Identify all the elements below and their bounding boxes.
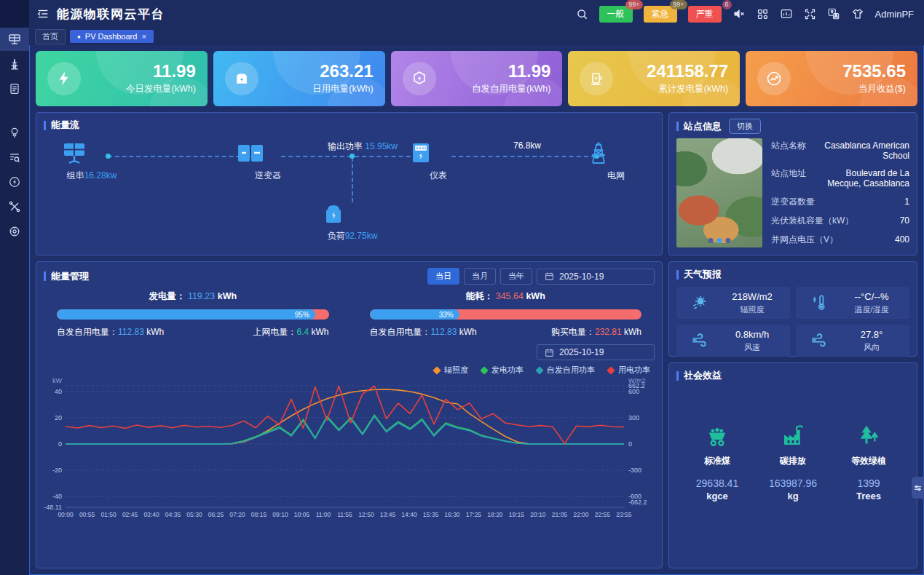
flow-link-meter-grid (451, 156, 603, 157)
svg-text:-662.2: -662.2 (628, 499, 647, 506)
flow-node-inverter: 逆变器 (235, 140, 301, 182)
card-self-consumption: 11.99 自发自用电量(kWh) (391, 51, 563, 106)
svg-text:02:45: 02:45 (122, 511, 138, 518)
svg-text:20:10: 20:10 (530, 511, 546, 518)
svg-text:17:25: 17:25 (466, 511, 482, 518)
field-value: Boulevard de La Mecque, Casablanca (812, 168, 909, 189)
photo-carousel-dots (708, 238, 731, 243)
range-tab-day[interactable]: 当日 (427, 268, 459, 285)
svg-text:10:05: 10:05 (294, 511, 310, 518)
legend-generation-power[interactable]: 发电功率 (481, 365, 524, 376)
svg-text:0: 0 (628, 440, 632, 448)
output-power-label: 输出功率 15.95kw (328, 140, 398, 153)
settings-drawer-handle[interactable] (912, 477, 924, 499)
svg-text:11:55: 11:55 (337, 511, 352, 518)
svg-text:0: 0 (58, 440, 62, 448)
field-label: 站点名称 (771, 140, 806, 152)
bulb-icon (8, 126, 21, 139)
site-photo[interactable] (676, 138, 762, 247)
svg-text:04:35: 04:35 (165, 511, 181, 518)
chart-date-picker[interactable]: 2025-10-19 (537, 344, 655, 360)
sidebar-item-insights[interactable] (0, 121, 29, 144)
trees-icon (836, 420, 901, 449)
social-label: 碳排放 (760, 455, 826, 467)
meter-node-label: 仪表 (406, 170, 471, 182)
social-item-coal: 标准煤 29638.41 kgce (684, 420, 750, 501)
social-benefits-panel: 社会效益 标准煤 29638.41 kgce (668, 362, 917, 568)
sidebar-item-grid[interactable] (0, 52, 29, 76)
range-tab-year[interactable]: 当年 (500, 268, 532, 285)
social-label: 标准煤 (684, 455, 750, 467)
svg-text:-300: -300 (628, 467, 641, 474)
legend-irradiance[interactable]: 辐照度 (434, 365, 468, 376)
social-label: 等效绿植 (836, 455, 901, 467)
card-label: 日用电量(kWh) (312, 83, 373, 95)
tab-pv-dashboard[interactable]: ● PV Dashboard × (70, 30, 154, 43)
sidebar-item-settings[interactable] (0, 220, 29, 243)
svg-text:18:20: 18:20 (487, 511, 503, 518)
flow-link-load (352, 157, 353, 202)
active-tab-label: PV Dashboard (85, 32, 138, 41)
field-value: 1 (904, 197, 909, 207)
tab-close-icon[interactable]: × (141, 32, 146, 41)
svg-text:07:20: 07:20 (229, 511, 245, 518)
consumption-progress-bar: 33% (370, 309, 642, 320)
carousel-dot[interactable] (708, 238, 714, 243)
grid-power-label: 76.8kw (513, 140, 541, 151)
sidebar (0, 0, 29, 575)
dashboard-icon[interactable] (780, 7, 793, 20)
legend-self-use-power[interactable]: 自发自用功率 (537, 365, 595, 376)
sidebar-item-pv-dashboard[interactable] (0, 28, 29, 51)
user-name[interactable]: AdminPF (875, 9, 914, 20)
translate-icon[interactable]: A (827, 7, 840, 20)
svg-text:00:00: 00:00 (58, 511, 74, 518)
card-monthly-revenue: 7535.65 当月收益($) (746, 51, 917, 106)
panel-title-energy-flow: 能量流 (44, 119, 79, 132)
alarm-badge-critical[interactable]: 严重 6 (688, 6, 722, 23)
alarm-badge-urgent[interactable]: 紧急 99+ (644, 6, 677, 23)
card-daily-consumption: 263.21 日用电量(kWh) (213, 51, 385, 106)
social-unit: kg (760, 491, 826, 501)
sidebar-item-energy[interactable] (0, 170, 29, 194)
legend-consumption-power[interactable]: 用电功率 (608, 365, 650, 376)
mute-icon[interactable] (733, 7, 746, 20)
switch-site-button[interactable]: 切换 (729, 119, 761, 134)
svg-text:14:40: 14:40 (401, 511, 417, 518)
fullscreen-icon[interactable] (804, 8, 816, 20)
apps-grid-icon[interactable] (757, 8, 769, 20)
alarm-badge-general[interactable]: 一般 99+ (599, 6, 633, 23)
carousel-dot[interactable] (726, 238, 731, 243)
card-value: 241158.77 (647, 62, 728, 81)
social-value: 163987.96 (760, 477, 826, 489)
site-fields: 站点名称 Casablanca American School 站点地址 Bou… (771, 138, 909, 247)
sidebar-logo-block (0, 0, 29, 28)
stat-cards-row: 11.99 今日发电量(kWh) 263.21 日用电量(kWh) (36, 51, 917, 106)
social-unit: Trees (836, 491, 901, 501)
site-field-row: 站点名称 Casablanca American School (771, 140, 909, 161)
carousel-dot-active[interactable] (717, 238, 722, 243)
theme-icon[interactable] (851, 7, 864, 20)
sidebar-item-reports[interactable] (0, 77, 29, 100)
tab-home[interactable]: 首页 (35, 29, 66, 44)
consumption-title: 能耗： 345.64 kWh (370, 290, 642, 303)
flow-node-load: 负荷92.75kw (320, 202, 385, 242)
power-grid-icon (583, 140, 649, 167)
svg-text:01:50: 01:50 (100, 511, 117, 518)
menu-fold-icon[interactable] (36, 7, 50, 20)
search-icon[interactable] (576, 8, 588, 20)
card-value: 11.99 (126, 62, 196, 81)
energy-balance-section: 发电量： 119.23 kWh 95% 自发自用电量：112.83 kWh (36, 288, 662, 338)
wind-icon (800, 331, 838, 350)
energy-flow-panel: 能量流 输出功率 15.95kw 76.8kw (36, 112, 663, 255)
calendar-icon (545, 348, 554, 357)
load-icon (320, 202, 385, 227)
sidebar-item-device-list[interactable] (0, 146, 29, 169)
generation-title: 发电量： 119.23 kWh (57, 290, 329, 303)
power-line-chart: 00:0000:5501:5002:4503:4004:3505:3006:25… (36, 377, 662, 526)
range-tab-month[interactable]: 当月 (464, 268, 496, 285)
card-label: 当月收益($) (842, 83, 906, 95)
sidebar-item-maintenance[interactable] (0, 195, 29, 218)
tools-icon (8, 200, 21, 213)
transmission-tower-icon (7, 57, 22, 71)
date-picker[interactable]: 2025-10-19 (537, 269, 655, 285)
